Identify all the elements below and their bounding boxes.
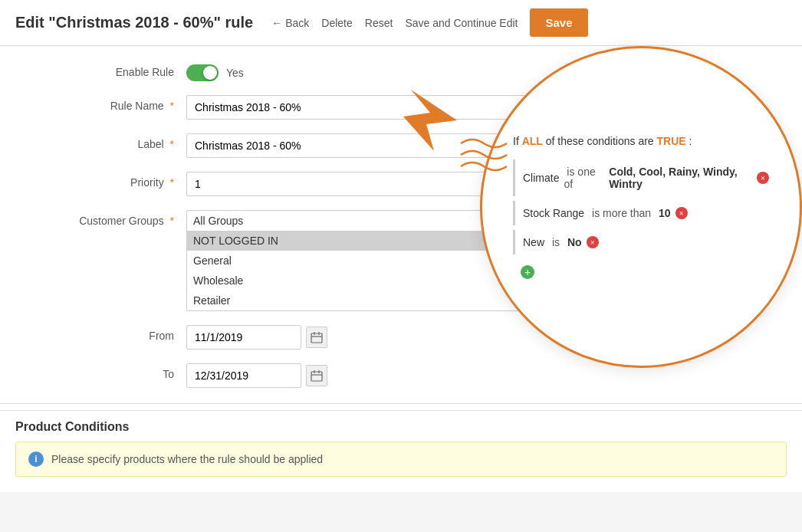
back-link[interactable]: ← Back [271, 17, 309, 29]
list-item[interactable]: NOT LOGGED IN [187, 231, 630, 251]
list-item[interactable]: General [187, 251, 630, 271]
list-item[interactable]: All Groups [187, 211, 630, 231]
list-item[interactable]: Wholesale [187, 271, 630, 291]
from-row: From [48, 325, 754, 350]
to-row: To [48, 363, 754, 388]
label-required: * [170, 138, 174, 150]
info-message-text: Please specify products where the rule s… [51, 453, 323, 465]
priority-row: Priority * [48, 172, 754, 196]
customer-groups-listbox[interactable]: All Groups NOT LOGGED IN General Wholesa… [186, 210, 631, 311]
to-date-wrapper [186, 363, 631, 388]
from-date-input[interactable] [186, 325, 301, 350]
from-calendar-icon[interactable] [306, 327, 327, 348]
info-message: i Please specify products where the rule… [15, 442, 787, 477]
customer-groups-required: * [170, 215, 174, 227]
customer-groups-label: Customer Groups * [48, 210, 186, 227]
priority-field [186, 172, 631, 196]
info-icon: i [28, 452, 44, 467]
enable-rule-row: Enable Rule Yes [48, 61, 754, 81]
reset-link[interactable]: Reset [365, 17, 393, 29]
product-conditions-section: Product Conditions i Please specify prod… [0, 403, 802, 477]
from-field [186, 325, 631, 350]
save-button[interactable]: Save [530, 8, 587, 37]
back-arrow-icon: ← [271, 17, 282, 29]
header-actions: ← Back Delete Reset Save and Continue Ed… [271, 8, 587, 37]
to-calendar-icon[interactable] [306, 365, 327, 386]
svg-rect-0 [311, 333, 322, 343]
rule-name-required: * [170, 100, 174, 112]
svg-rect-4 [311, 372, 322, 381]
customer-groups-row: Customer Groups * All Groups NOT LOGGED … [48, 210, 754, 311]
from-date-wrapper [186, 325, 631, 350]
rule-name-input[interactable] [186, 95, 631, 120]
toggle-wrapper: Yes [186, 61, 631, 81]
enable-rule-toggle-label: Yes [226, 67, 244, 79]
page-title: Edit "Christmas 2018 - 60%" rule [15, 14, 253, 31]
rule-name-label: Rule Name * [48, 95, 186, 112]
label-dropdown-arrow[interactable]: ▼ [610, 133, 631, 158]
customer-groups-field: All Groups NOT LOGGED IN General Wholesa… [186, 210, 631, 311]
label-select-wrapper: ▼ [186, 133, 631, 158]
label-input[interactable] [186, 133, 631, 158]
enable-rule-field: Yes [186, 61, 631, 81]
to-field [186, 363, 631, 388]
form-section: Enable Rule Yes Rule Name * Label * [33, 61, 769, 388]
to-date-input[interactable] [186, 363, 301, 388]
to-label: To [48, 363, 186, 380]
save-continue-button[interactable]: Save and Continue Edit [405, 17, 518, 29]
enable-rule-toggle[interactable] [186, 64, 219, 81]
delete-link[interactable]: Delete [321, 17, 352, 29]
from-label: From [48, 325, 186, 342]
list-item[interactable]: Retailer [187, 291, 630, 310]
label-row: Label * ▼ [48, 133, 754, 158]
product-conditions-heading: Product Conditions [0, 410, 802, 442]
label-field: ▼ [186, 133, 631, 158]
priority-label: Priority * [48, 172, 186, 189]
priority-input[interactable] [186, 172, 631, 196]
priority-required: * [170, 176, 174, 189]
rule-name-field [186, 95, 631, 120]
rule-name-row: Rule Name * [48, 95, 754, 120]
enable-rule-label: Enable Rule [48, 61, 186, 78]
page-header: Edit "Christmas 2018 - 60%" rule ← Back … [0, 0, 802, 46]
main-content: Enable Rule Yes Rule Name * Label * [0, 46, 802, 492]
label-label: Label * [48, 133, 186, 150]
